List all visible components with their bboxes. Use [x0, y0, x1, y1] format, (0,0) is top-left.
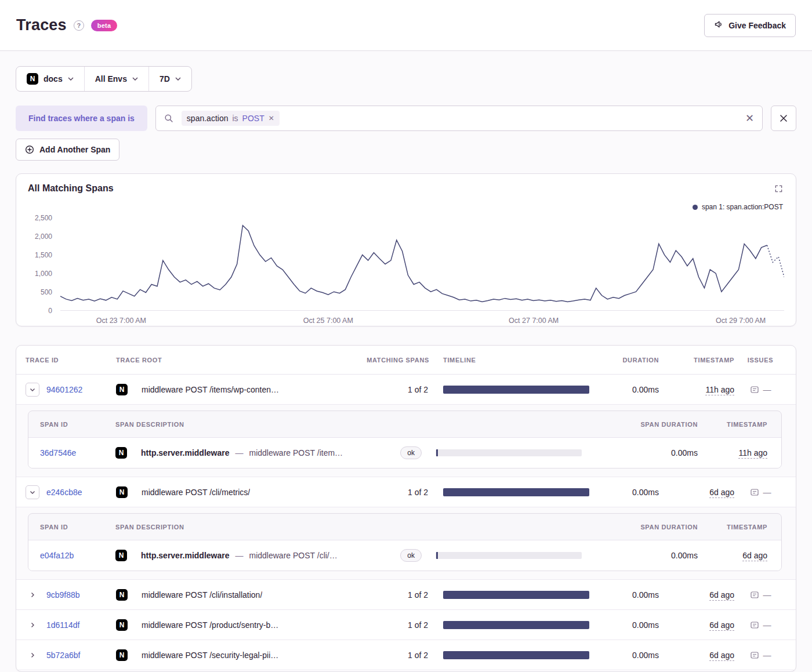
table-row: 1d6114df N middleware POST /product/sent… [16, 610, 796, 640]
project-selector[interactable]: N docs [16, 67, 84, 91]
expanded-spans-section: SPAN ID SPAN DESCRIPTION SPAN DURATION T… [16, 405, 796, 477]
timeline-cell [429, 621, 589, 629]
trace-root-cell: N middleware POST /product/sentry-b… [116, 619, 360, 631]
chart-legend[interactable]: span 1: span.action:POST [693, 203, 783, 211]
chevron-down-icon [175, 77, 181, 81]
close-icon [780, 114, 788, 122]
timestamp-cell: 6d ago [659, 488, 734, 497]
col-span-timestamp: TIMESTAMP [698, 524, 767, 531]
add-another-span-label: Add Another Span [39, 145, 110, 154]
nextjs-logo-icon: N [116, 384, 128, 395]
span-id-link[interactable]: 36d7546e [40, 448, 115, 457]
timestamp-value: 11h ago [705, 385, 734, 395]
chevron-right-icon [29, 591, 36, 598]
project-label: docs [44, 74, 63, 83]
span-row: e04fa12b N http.server.middleware — midd… [28, 540, 781, 571]
search-token[interactable]: span.action is POST ✕ [182, 111, 280, 126]
fullscreen-icon [774, 184, 783, 193]
y-tick: 2,000 [35, 233, 52, 241]
trace-id-link[interactable]: 5b72a6bf [46, 651, 116, 660]
token-remove-icon[interactable]: ✕ [269, 114, 274, 122]
issues-cell: — [734, 651, 786, 660]
spans-subtable-header: SPAN ID SPAN DESCRIPTION SPAN DURATION T… [28, 411, 781, 438]
span-search-input[interactable]: span.action is POST ✕ ✕ [155, 106, 763, 131]
issues-count: — [763, 590, 771, 600]
chevron-right-icon [29, 652, 36, 659]
timeline-bar[interactable] [443, 386, 589, 394]
timeline-bar[interactable] [443, 488, 589, 496]
all-matching-spans-panel: All Matching Spans span 1: span.action:P… [16, 173, 796, 326]
collapse-row-button[interactable] [26, 383, 39, 397]
trace-root-label: middleware POST /cli/metrics/ [142, 488, 250, 497]
issues-icon [750, 590, 759, 600]
main-content: N docs All Envs 7D Find traces where a s… [0, 51, 812, 672]
col-trace-root: TRACE ROOT [116, 357, 360, 364]
trace-id-link[interactable]: 94601262 [46, 385, 116, 394]
trace-root-cell: N middleware POST /cli/installation/ [116, 589, 360, 601]
issues-icon [750, 651, 759, 660]
y-tick: 1,000 [35, 270, 52, 278]
duration-value: 0.00ms [589, 488, 659, 497]
x-tick: Oct 23 7:00 AM [96, 317, 146, 325]
issues-cell: — [734, 620, 786, 630]
expand-chart-button[interactable] [773, 183, 784, 196]
expand-row-button[interactable] [26, 618, 39, 632]
expand-row-button[interactable] [26, 648, 39, 662]
span-id-link[interactable]: e04fa12b [40, 551, 115, 560]
span-timeline-cell [422, 552, 582, 559]
chart-x-axis: Oct 23 7:00 AM Oct 25 7:00 AM Oct 27 7:0… [60, 315, 784, 328]
span-timeline-bar[interactable] [436, 552, 582, 559]
table-row: 9cb9f88b N middleware POST /cli/installa… [16, 580, 796, 610]
chart-body: 0 500 1,000 1,500 2,000 2,500 Oct 23 7:0… [28, 218, 784, 328]
timeline-bar[interactable] [443, 591, 589, 599]
help-icon[interactable]: ? [74, 20, 84, 31]
timeline-cell [429, 488, 589, 496]
nextjs-logo-icon: N [116, 619, 128, 631]
date-range-label: 7D [160, 74, 170, 83]
col-trace-id: TRACE ID [26, 357, 116, 364]
traces-table: TRACE ID TRACE ROOT MATCHING SPANS TIMEL… [16, 345, 796, 672]
trace-id-link[interactable]: 9cb9f88b [46, 590, 116, 600]
add-another-span-button[interactable]: Add Another Span [16, 139, 119, 161]
date-range-selector[interactable]: 7D [148, 67, 191, 91]
environment-selector[interactable]: All Envs [84, 67, 148, 91]
chevron-down-icon [68, 77, 74, 81]
page-filter-bar: N docs All Envs 7D [16, 66, 192, 92]
duration-value: 0.00ms [589, 590, 659, 600]
issues-icon [750, 385, 759, 394]
status-badge: ok [400, 446, 422, 459]
find-traces-chip[interactable]: Find traces where a span is [16, 106, 147, 131]
x-tick: Oct 27 7:00 AM [509, 317, 559, 325]
token-operator: is [232, 114, 238, 123]
matching-spans-value: 1 of 2 [360, 651, 429, 660]
give-feedback-button[interactable]: Give Feedback [704, 14, 796, 37]
matching-spans-value: 1 of 2 [360, 385, 429, 394]
spans-chart-plot[interactable] [60, 218, 784, 311]
trace-id-link[interactable]: e246cb8e [46, 488, 116, 497]
clear-search-icon[interactable]: ✕ [745, 112, 754, 125]
timestamp-value: 6d ago [709, 620, 734, 631]
give-feedback-label: Give Feedback [728, 21, 786, 30]
close-search-button[interactable] [771, 106, 796, 131]
timeline-cell [429, 386, 589, 394]
y-tick: 1,500 [35, 251, 52, 259]
col-duration: DURATION [589, 357, 659, 364]
spans-subtable: SPAN ID SPAN DESCRIPTION SPAN DURATION T… [28, 411, 782, 468]
col-span-duration: SPAN DURATION [582, 524, 698, 531]
token-key: span.action [187, 114, 229, 123]
trace-id-link[interactable]: 1d6114df [46, 620, 116, 630]
expand-row-button[interactable] [26, 588, 39, 602]
trace-root-cell: N middleware POST /cli/metrics/ [116, 486, 360, 498]
chevron-down-icon [29, 386, 36, 393]
span-timeline-bar[interactable] [436, 449, 582, 456]
timeline-bar[interactable] [443, 651, 589, 659]
issues-count: — [763, 651, 771, 660]
issues-count: — [763, 488, 771, 497]
timeline-bar[interactable] [443, 621, 589, 629]
span-timestamp-cell: 11h ago [698, 448, 767, 457]
spans-subtable-header: SPAN ID SPAN DESCRIPTION SPAN DURATION T… [28, 514, 781, 540]
issues-count: — [763, 385, 771, 394]
search-icon [164, 114, 173, 123]
span-op-label: http.server.middleware [141, 551, 230, 560]
collapse-row-button[interactable] [26, 485, 39, 499]
